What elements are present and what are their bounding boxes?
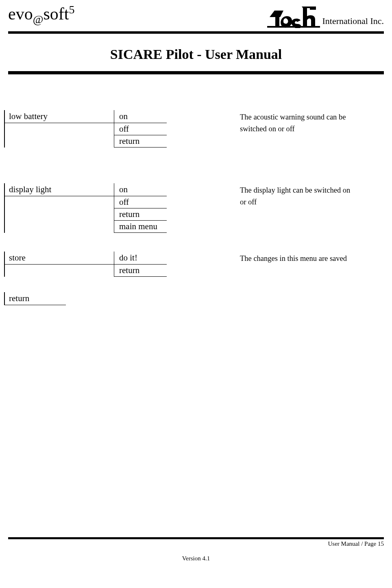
menu-row: off switched on or off	[4, 123, 384, 135]
menu-option: do it!	[114, 252, 167, 265]
menu-option: main menu	[114, 221, 167, 233]
menu-label: low battery	[4, 110, 114, 123]
menu-option: return	[114, 265, 167, 277]
page-title: SICARE Pilot - User Manual	[8, 47, 384, 62]
menu-row: off or off	[4, 196, 384, 208]
menu-option: on	[114, 110, 167, 123]
menu-row-store: store do it! The changes in this menu ar…	[4, 252, 384, 265]
svg-rect-0	[275, 17, 279, 26]
menu-option: off	[114, 196, 167, 208]
menu-desc-empty	[167, 135, 384, 148]
tash-logo-icon	[267, 6, 320, 28]
brand-at: @	[33, 13, 44, 26]
menu-row-display-light: display light on The display light can b…	[4, 183, 384, 196]
menu-label-empty	[4, 221, 114, 233]
menu-label: store	[4, 252, 114, 265]
page-header: evo@soft5 International Inc.	[0, 0, 392, 28]
menu-desc-line: switched on or off	[167, 123, 384, 135]
menu-label-empty	[4, 208, 114, 221]
menu-option: off	[114, 123, 167, 135]
menu-option: return	[114, 208, 167, 221]
page-footer: User Manual / Page 15 Version 4.1	[8, 555, 384, 562]
menu-row: return	[4, 135, 384, 148]
title-wrap: SICARE Pilot - User Manual	[0, 34, 392, 62]
menu-desc-line: The acoustic warning sound can be	[167, 110, 384, 123]
menu-desc-line: The changes in this menu are saved	[167, 252, 384, 265]
menu-desc-line: The display light can be switched on	[167, 183, 384, 196]
menu-label: display light	[4, 183, 114, 196]
content-area: low battery on The acoustic warning soun…	[0, 74, 392, 305]
section-gap	[4, 148, 384, 183]
company-block: International Inc.	[267, 4, 384, 28]
menu-row: return	[4, 265, 384, 277]
menu-option: on	[114, 183, 167, 196]
brand-logo-text: evo@soft5	[8, 4, 74, 25]
menu-desc-empty	[167, 208, 384, 221]
title-rule	[8, 71, 384, 74]
menu-row: return	[4, 208, 384, 221]
menu-label-empty	[4, 135, 114, 148]
svg-rect-2	[267, 26, 320, 28]
footer-page-label: User Manual / Page 15	[328, 540, 384, 547]
menu-row-low-battery: low battery on The acoustic warning soun…	[4, 110, 384, 123]
footer-rule	[8, 537, 384, 539]
footer-version: Version 4.1	[8, 555, 384, 562]
menu-desc-empty	[167, 265, 384, 277]
company-suffix-text: International Inc.	[322, 16, 384, 28]
menu-label-empty	[4, 196, 114, 208]
menu-option: return	[114, 135, 167, 148]
brand-suffix: soft	[43, 4, 69, 23]
menu-desc-empty	[167, 221, 384, 233]
menu-final-return: return	[4, 292, 66, 305]
menu-desc-line: or off	[167, 196, 384, 208]
brand-sup: 5	[69, 3, 74, 16]
menu-label-empty	[4, 123, 114, 135]
menu-row: main menu	[4, 221, 384, 233]
menu-label-empty	[4, 265, 114, 277]
section-gap	[4, 233, 384, 252]
svg-rect-1	[303, 7, 307, 26]
brand-prefix: evo	[8, 4, 33, 23]
